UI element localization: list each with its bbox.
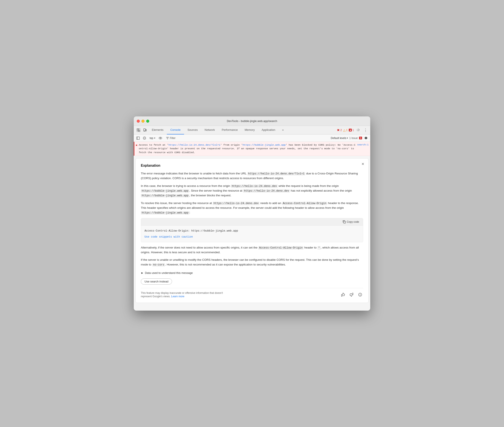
device-toolbar-icon[interactable] — [142, 127, 148, 133]
inspect-element-icon[interactable] — [135, 127, 142, 133]
svg-point-11 — [159, 137, 162, 139]
svg-rect-0 — [137, 129, 138, 130]
devtools-window: DevTools - bubble-jingle.web.app/search — [134, 116, 370, 311]
explanation-para-1: The error message indicates that the bro… — [141, 171, 363, 181]
traffic-lights — [137, 120, 149, 123]
data-used-arrow: ► — [141, 271, 144, 275]
info-badge[interactable]: ■ 1 — [349, 129, 354, 132]
error-row: ✖ Access to fetch at 'https://hello-io-2… — [134, 142, 370, 156]
explanation-panel: Explanation ✕ The error message indicate… — [135, 158, 369, 303]
error-text: Access to fetch at 'https://hello-io-24.… — [139, 143, 356, 154]
explanation-footer: This feature may display inaccurate or o… — [141, 288, 363, 298]
thumbs-up-button[interactable] — [340, 292, 346, 298]
devtools-body: Elements Console Sources Network Perform… — [134, 126, 370, 311]
console-settings-icon[interactable] — [363, 136, 369, 141]
svg-rect-16 — [344, 221, 346, 223]
error-url2[interactable]: https://bubble-jingle.web.app — [243, 144, 286, 146]
code-block-body: Access-Control-Allow-Origin: https://bub… — [141, 226, 363, 242]
tab-console[interactable]: Console — [167, 126, 184, 134]
svg-rect-5 — [146, 129, 146, 131]
tab-network[interactable]: Network — [201, 126, 219, 134]
data-used-section: ► Data used to understand this message U… — [141, 271, 363, 285]
settings-icon[interactable] — [355, 127, 361, 133]
explanation-para-5: If the server is unable or unwilling to … — [141, 258, 363, 267]
error-badge[interactable]: ✖ 2 — [337, 128, 342, 132]
code-caution-link[interactable]: Use code snippets with caution — [144, 235, 360, 239]
default-levels-selector[interactable]: Default levels ▾ — [331, 137, 348, 140]
explanation-para-4: Alternatively, if the server does not ne… — [141, 245, 363, 255]
footer-disclaimer-text: This feature may display inaccurate or o… — [141, 291, 227, 298]
sidebar-toggle-icon[interactable] — [135, 136, 141, 141]
issues-count: 1 — [359, 137, 362, 139]
copy-code-button[interactable]: Copy code — [341, 220, 360, 224]
tab-application[interactable]: Application — [258, 126, 279, 134]
clear-console-icon[interactable] — [142, 136, 147, 141]
code-block-header: Copy code — [141, 218, 363, 226]
data-used-toggle[interactable]: ► Data used to understand this message — [141, 271, 363, 275]
eye-icon[interactable] — [158, 136, 163, 141]
svg-point-12 — [160, 138, 161, 138]
more-options-icon[interactable]: ⋮ — [362, 127, 369, 133]
tab-memory[interactable]: Memory — [241, 126, 258, 134]
flag-button[interactable] — [357, 292, 363, 298]
explanation-para-2: In this case, the browser is trying to a… — [141, 184, 363, 198]
data-used-label: Data used to understand this message — [145, 271, 193, 275]
svg-point-19 — [360, 295, 360, 296]
tab-performance[interactable]: Performance — [218, 126, 241, 134]
thumbs-down-button[interactable] — [348, 292, 354, 298]
use-search-button[interactable]: Use search instead — [141, 278, 172, 285]
console-scroll[interactable]: ✖ Access to fetch at 'https://hello-io-2… — [134, 142, 370, 311]
minimize-button[interactable] — [142, 120, 144, 123]
window-title: DevTools - bubble-jingle.web.app/search — [227, 119, 277, 123]
svg-rect-2 — [139, 130, 140, 132]
close-button[interactable] — [137, 120, 140, 123]
svg-rect-3 — [137, 130, 138, 132]
explanation-para-3: To resolve this issue, the server hostin… — [141, 201, 363, 215]
error-url1[interactable]: https://hello-io-24.deno.dev/?lvl=1 — [168, 144, 220, 146]
error-icon: ✖ — [136, 143, 137, 148]
context-selector[interactable]: top ▾ — [148, 136, 157, 140]
explanation-title: Explanation — [141, 163, 363, 168]
tab-more[interactable]: » — [279, 126, 287, 134]
footer-actions — [340, 292, 363, 298]
context-dropdown-icon: ▾ — [154, 137, 155, 139]
console-toolbar: top ▾ Filter Default levels — [134, 134, 370, 142]
warn-badge[interactable]: △ 1 — [343, 129, 348, 132]
error-source[interactable]: search:1 — [357, 143, 369, 147]
svg-rect-1 — [139, 129, 140, 130]
svg-rect-7 — [136, 137, 140, 139]
default-levels-arrow: ▾ — [347, 137, 348, 139]
context-label: top — [150, 137, 153, 140]
title-bar: DevTools - bubble-jingle.web.app/search — [134, 116, 370, 126]
tab-elements[interactable]: Elements — [148, 126, 167, 134]
filter-button[interactable]: Filter — [164, 136, 177, 140]
issues-badge[interactable]: 1 Issue: 1 — [349, 137, 362, 140]
tab-sources[interactable]: Sources — [184, 126, 201, 134]
code-snippet: Access-Control-Allow-Origin: https://bub… — [144, 229, 360, 233]
devtools-toolbar: Elements Console Sources Network Perform… — [134, 126, 370, 134]
filter-label: Filter — [170, 137, 176, 140]
toolbar-right: ✖ 2 △ 1 ■ 1 ⋮ — [337, 127, 369, 133]
tab-list: Elements Console Sources Network Perform… — [148, 126, 337, 134]
maximize-button[interactable] — [146, 120, 149, 123]
learn-more-link[interactable]: Learn more — [171, 295, 184, 298]
code-block: Copy code Access-Control-Allow-Origin: h… — [141, 218, 363, 242]
close-explanation-button[interactable]: ✕ — [360, 161, 365, 167]
